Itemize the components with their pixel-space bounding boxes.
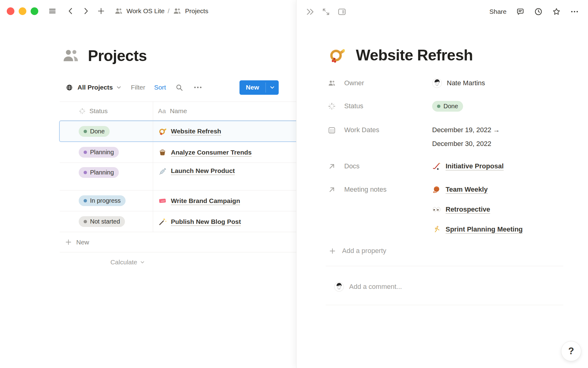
favorite-star-icon[interactable]	[552, 7, 561, 16]
status-text: Planning	[90, 149, 114, 156]
new-page-icon[interactable]	[97, 7, 105, 15]
add-property-button[interactable]: Add a property	[329, 243, 588, 258]
docs-property-label[interactable]: Docs	[328, 159, 432, 173]
related-page-link[interactable]: Sprint Planning Meeting	[432, 222, 588, 236]
more-options-icon[interactable]	[193, 83, 202, 92]
side-peek-mode-icon[interactable]	[337, 7, 346, 16]
name-column-header[interactable]: Aa Name	[153, 102, 296, 120]
work-dates-property-label[interactable]: Work Dates	[328, 123, 432, 137]
name-cell[interactable]: Publish New Blog Post	[153, 211, 296, 232]
avatar	[432, 78, 442, 88]
property-row-docs: Docs Initiative Proposal	[328, 159, 588, 173]
table-header: Status Aa Name	[60, 102, 296, 121]
status-pill: Done	[432, 101, 463, 112]
status-text: Planning	[90, 169, 114, 176]
breadcrumb-workspace[interactable]: Work OS Lite	[126, 7, 164, 15]
table-row[interactable]: Planning Launch New Product	[60, 163, 296, 190]
property-row-meeting-notes: Meeting notes Team Weekly Retrospective …	[328, 182, 588, 236]
back-icon[interactable]	[66, 7, 74, 15]
table-row[interactable]: Not started Publish New Blog Post	[60, 211, 296, 232]
comment-input[interactable]	[349, 283, 533, 291]
status-pill: Planning	[79, 147, 119, 158]
filter-button[interactable]: Filter	[131, 84, 145, 91]
new-button[interactable]: New	[239, 80, 266, 95]
database-title[interactable]: Projects	[88, 47, 147, 65]
minimize-window-button[interactable]	[19, 7, 26, 15]
owner-value[interactable]: Nate Martins	[432, 76, 588, 90]
chevron-down-icon	[140, 260, 145, 265]
search-icon[interactable]	[175, 84, 183, 91]
ticket-emoji: ADMIT	[158, 196, 167, 205]
page-link[interactable]: Website Refresh	[171, 128, 221, 135]
page-title[interactable]: Website Refresh	[356, 46, 473, 64]
new-row-button[interactable]: New	[60, 232, 296, 252]
table-row[interactable]: Done Website Refresh	[59, 121, 296, 142]
page-link[interactable]: Publish New Blog Post	[171, 218, 241, 225]
sort-button[interactable]: Sort	[154, 84, 166, 91]
status-property-label[interactable]: Status	[328, 99, 432, 113]
view-selector[interactable]: All Projects	[77, 84, 113, 91]
database-people-icon[interactable]	[61, 46, 80, 65]
page-link[interactable]: Write Brand Campaign	[171, 197, 240, 205]
text-property-icon: Aa	[158, 107, 166, 115]
owner-label-text: Owner	[344, 79, 364, 87]
new-dropdown-button[interactable]	[266, 80, 279, 95]
comments-icon[interactable]	[516, 7, 525, 16]
table-row[interactable]: Planning Analyze Consumer Trends	[60, 142, 296, 163]
syringe-emoji	[158, 167, 167, 176]
eyes-emoji	[432, 205, 441, 214]
avatar	[334, 282, 344, 292]
postal-horn-emoji[interactable]	[328, 46, 346, 64]
work-dates-label-text: Work Dates	[344, 126, 379, 134]
breadcrumb-page[interactable]: Projects	[185, 7, 208, 15]
status-cell[interactable]: Planning	[60, 163, 153, 190]
status-pill: Done	[79, 126, 110, 137]
status-text: Done	[443, 103, 458, 110]
zoom-window-button[interactable]	[31, 7, 38, 15]
help-button[interactable]: ?	[561, 341, 581, 361]
status-cell[interactable]: Not started	[60, 211, 153, 232]
page-link[interactable]: Launch New Product	[171, 167, 235, 174]
status-cell[interactable]: Done	[60, 121, 153, 141]
expand-page-icon[interactable]	[322, 7, 330, 16]
related-page-link[interactable]: Initiative Proposal	[432, 159, 588, 173]
view-chevron-down-icon[interactable]	[116, 85, 122, 90]
property-row-work-dates: Work Dates December 19, 2022 → December …	[328, 123, 588, 151]
related-page-link[interactable]: Team Weekly	[432, 182, 588, 197]
status-cell[interactable]: In progress	[60, 190, 153, 211]
status-column-header[interactable]: Status	[60, 102, 153, 120]
status-dot	[84, 171, 87, 174]
status-dot	[84, 199, 87, 202]
work-dates-value[interactable]: December 19, 2022 → December 30, 2022	[432, 123, 588, 151]
property-list: Owner Nate Martins Status Done	[328, 76, 588, 236]
share-button[interactable]: Share	[489, 8, 507, 15]
status-pill: Planning	[79, 167, 119, 178]
meeting-link-title: Retrospective	[446, 205, 490, 213]
status-value[interactable]: Done	[432, 99, 588, 113]
arrow-up-right-icon	[328, 186, 336, 194]
docs-label-text: Docs	[344, 162, 360, 170]
owner-property-label[interactable]: Owner	[328, 76, 432, 90]
table-row[interactable]: In progress ADMIT Write Brand Campaign	[60, 190, 296, 211]
globe-icon	[66, 84, 73, 91]
close-window-button[interactable]	[7, 7, 14, 15]
name-cell[interactable]: Analyze Consumer Trends	[153, 142, 296, 163]
owner-name: Nate Martins	[447, 79, 485, 87]
name-cell[interactable]: ADMIT Write Brand Campaign	[153, 190, 296, 211]
name-cell[interactable]: Launch New Product	[153, 163, 296, 190]
related-page-link[interactable]: Retrospective	[432, 202, 588, 217]
status-cell[interactable]: Planning	[60, 142, 153, 163]
forward-icon[interactable]	[82, 7, 90, 15]
meeting-notes-property-label[interactable]: Meeting notes	[328, 182, 432, 197]
hamburger-menu-icon[interactable]	[48, 7, 56, 15]
more-options-icon[interactable]	[570, 7, 579, 16]
history-clock-icon[interactable]	[534, 7, 543, 16]
close-peek-icon[interactable]	[306, 7, 315, 16]
page-link[interactable]: Analyze Consumer Trends	[171, 149, 252, 156]
database-heading: Projects	[60, 46, 296, 66]
status-header-label: Status	[89, 107, 108, 115]
status-dot	[437, 105, 440, 108]
meeting-link-title: Sprint Planning Meeting	[446, 225, 523, 233]
calculate-button[interactable]: Calculate	[60, 252, 153, 272]
name-cell[interactable]: Website Refresh	[153, 121, 296, 141]
